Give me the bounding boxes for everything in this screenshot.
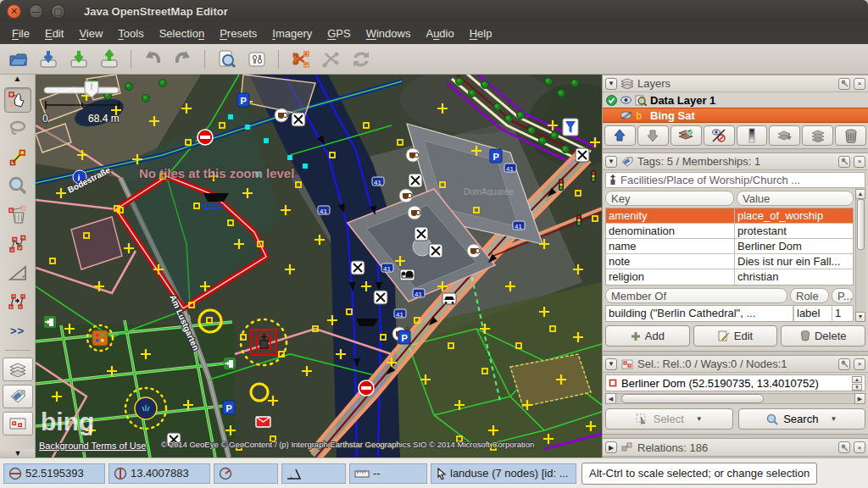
menu-selection[interactable]: Selection xyxy=(153,25,211,42)
menu-help[interactable]: Help xyxy=(463,25,499,42)
menu-file[interactable]: File xyxy=(5,25,36,42)
tag-row-note[interactable]: noteDies ist nur ein Fall... xyxy=(606,254,853,269)
add-tag-button[interactable]: Add xyxy=(605,325,690,347)
dialog-column: ▼ Layers × Data Layer 1 b Bing Sat xyxy=(602,75,868,458)
selection-spinner[interactable]: ▲▼ xyxy=(852,376,862,391)
relations-expand-button[interactable]: ▶ xyxy=(605,441,617,453)
menu-presets[interactable]: Presets xyxy=(213,25,264,42)
close-window-button[interactable]: ✕ xyxy=(7,4,21,19)
search-preferences-icon[interactable] xyxy=(214,47,239,71)
layer-duplicate-button[interactable] xyxy=(802,125,833,146)
tools-more[interactable]: >> xyxy=(4,318,31,343)
layer-row-data[interactable]: Data Layer 1 xyxy=(603,92,868,108)
tag-row-amenity[interactable]: amenityplace_of_worship xyxy=(606,208,853,224)
map-view[interactable]: DomAquarée xyxy=(36,75,602,458)
search-dropdown-arrow: ▼ xyxy=(830,415,837,423)
hidden-eye-icon xyxy=(620,111,632,119)
tags-collapse-button[interactable]: ▼ xyxy=(605,156,617,168)
layers-close-button[interactable]: × xyxy=(854,78,865,90)
upload-icon[interactable] xyxy=(97,47,122,71)
member-of-header[interactable]: Member Of xyxy=(605,288,787,303)
selection-list-item[interactable]: Berliner Dom (52.5190735, 13.4010752) ▲▼ xyxy=(605,374,865,391)
layer-row-bing[interactable]: b Bing Sat xyxy=(603,108,868,123)
download-file-icon[interactable] xyxy=(66,47,92,71)
tag-row-religion[interactable]: religionchristian xyxy=(606,269,853,285)
latitude-icon xyxy=(8,467,22,480)
tags-scrollbar[interactable]: ▲ ▼ xyxy=(855,189,865,322)
layers-collapse-button[interactable]: ▼ xyxy=(605,78,617,90)
tags-panel-toggle[interactable] xyxy=(3,385,33,408)
open-icon[interactable] xyxy=(5,47,31,71)
role-header[interactable]: Role xyxy=(790,288,829,303)
tool-zoom[interactable] xyxy=(4,174,31,199)
select-button[interactable]: Select ▼ xyxy=(605,408,733,430)
scroll-left-arrow: ◀ xyxy=(605,393,616,404)
menu-view[interactable]: View xyxy=(72,25,109,42)
search-button[interactable]: Search ▼ xyxy=(738,408,866,430)
selection-collapse-button[interactable]: ▼ xyxy=(605,358,617,370)
layers-pin-button[interactable] xyxy=(838,78,850,90)
preset-link[interactable]: Facilities/Place of Worship/Church ... xyxy=(605,172,865,188)
tool-draw-node[interactable] xyxy=(4,145,31,170)
tools-scroll-down[interactable]: ▼ xyxy=(0,449,36,458)
layers-panel-toggle[interactable] xyxy=(3,358,33,381)
layer-move-up-button[interactable] xyxy=(604,125,636,146)
layer-opacity-button[interactable] xyxy=(737,125,768,146)
no-entry-sign-2 xyxy=(359,380,374,396)
scroll-up-arrow: ▲ xyxy=(855,189,865,199)
tag-row-name[interactable]: nameBerliner Dom xyxy=(606,239,853,254)
tools-scroll-up[interactable]: ▲ xyxy=(14,75,22,84)
relations-pin-button[interactable] xyxy=(838,441,850,453)
layer-merge-button[interactable] xyxy=(769,125,800,146)
download-osm-icon[interactable] xyxy=(36,47,61,71)
window-title: Java OpenStreetMap Editor xyxy=(84,5,228,18)
minimize-window-button[interactable]: — xyxy=(29,4,43,19)
selection-close-button[interactable]: × xyxy=(854,358,865,370)
combine-way-icon[interactable] xyxy=(318,47,343,71)
layer-move-down-button[interactable] xyxy=(637,125,669,146)
tags-close-button[interactable]: × xyxy=(854,156,865,168)
tool-improve-accuracy[interactable] xyxy=(4,231,31,257)
maximize-window-button[interactable]: ▢ xyxy=(51,4,65,19)
layer-activate-button[interactable] xyxy=(670,125,702,146)
main-toolbar xyxy=(0,44,868,75)
layer-show-hide-button[interactable] xyxy=(704,125,735,146)
josm-window: ✕ — ▢ Java OpenStreetMap Editor FileEdit… xyxy=(0,0,868,488)
tag-row-denomination[interactable]: denominationprotestant xyxy=(606,224,853,239)
latitude-field: 52.5195393 xyxy=(3,463,105,484)
relations-close-button[interactable]: × xyxy=(854,441,865,453)
menu-edit[interactable]: Edit xyxy=(38,25,70,42)
tool-parallel[interactable] xyxy=(4,289,31,314)
tags-panel-title: Tags: 5 / Memberships: 1 xyxy=(637,155,835,168)
delete-tag-button[interactable]: Delete xyxy=(781,325,865,347)
tool-select-move[interactable] xyxy=(4,87,31,113)
layer-delete-button[interactable] xyxy=(835,125,866,146)
position-header[interactable]: P... xyxy=(832,288,854,303)
preferences-icon[interactable] xyxy=(244,47,270,71)
refresh-icon[interactable] xyxy=(348,47,374,71)
edit-tool-column: ▲ >> ▼ xyxy=(0,75,36,458)
longitude-field: 13.4007883 xyxy=(108,463,210,484)
redo-icon[interactable] xyxy=(170,47,196,71)
selection-panel-toggle[interactable] xyxy=(3,412,33,435)
undo-icon[interactable] xyxy=(140,47,165,71)
menu-gps[interactable]: GPS xyxy=(320,25,357,42)
plus-icon xyxy=(631,331,641,341)
selection-pin-button[interactable] xyxy=(838,358,850,370)
terms-of-use-link[interactable]: Background Terms of Use xyxy=(39,441,146,451)
selection-hscrollbar[interactable]: ◀ ▶ xyxy=(605,393,865,404)
tags-pin-button[interactable] xyxy=(838,156,850,168)
tool-delete[interactable] xyxy=(4,202,31,228)
menu-windows[interactable]: Windows xyxy=(359,25,418,42)
edit-tag-button[interactable]: Edit xyxy=(693,325,778,347)
key-column-header[interactable]: Key xyxy=(605,191,734,206)
menu-tools[interactable]: Tools xyxy=(111,25,150,42)
tool-lasso[interactable] xyxy=(4,116,31,141)
active-layer-icon xyxy=(606,95,617,106)
menu-imagery[interactable]: Imagery xyxy=(265,25,319,42)
split-way-icon[interactable] xyxy=(287,47,313,71)
value-column-header[interactable]: Value xyxy=(737,191,854,206)
menu-audio[interactable]: Audio xyxy=(419,25,460,42)
membership-row[interactable]: building ("Berlin Cathedral", ... label … xyxy=(606,306,853,321)
tool-extrude[interactable] xyxy=(4,260,31,286)
